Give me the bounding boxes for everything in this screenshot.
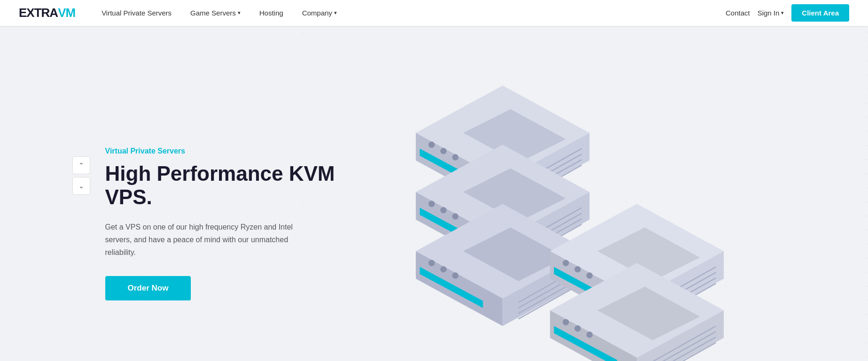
server-illustration [368,54,763,361]
nav-game-servers-label: Game Servers [190,9,236,17]
svg-point-54 [563,319,569,325]
svg-point-20 [452,213,458,219]
hero-right [368,54,763,361]
logo-extra-text: EXTRA [19,6,58,20]
svg-point-19 [440,207,446,213]
hero-subtitle: Virtual Private Servers [105,147,368,155]
svg-point-56 [586,331,592,338]
chevron-down-icon: ▾ [238,10,241,16]
svg-point-55 [574,325,580,331]
scroll-down-button[interactable]: ⌄ [72,177,90,195]
nav-company[interactable]: Company ▾ [295,0,344,26]
svg-point-31 [440,266,446,272]
chevron-down-icon-4: ⌄ [78,182,84,190]
scroll-buttons: ⌃ ⌄ [72,156,90,195]
hero-description: Get a VPS on one of our high frequency R… [105,221,303,259]
nav-vps[interactable]: Virtual Private Servers [94,0,179,26]
scroll-up-button[interactable]: ⌃ [72,156,90,174]
nav-hosting-label: Hosting [259,9,283,17]
nav-signin[interactable]: Sign In ▾ [758,9,784,17]
nav-hosting[interactable]: Hosting [252,0,291,26]
client-area-button[interactable]: Client Area [791,4,849,22]
order-now-button[interactable]: Order Now [105,276,191,300]
hero-section: ⌃ ⌄ Virtual Private Servers High Perform… [0,26,868,361]
hero-left: ⌃ ⌄ Virtual Private Servers High Perform… [105,147,368,300]
svg-point-8 [452,154,458,160]
svg-point-43 [574,266,580,272]
hero-title: High Performance KVM VPS. [105,162,368,209]
nav-contact-link[interactable]: Contact [726,9,750,17]
svg-point-7 [440,148,446,154]
nav-right: Contact Sign In ▾ Client Area [726,4,849,22]
svg-point-32 [452,272,458,278]
nav-company-label: Company [302,9,332,17]
chevron-up-icon: ⌃ [78,161,84,169]
nav-signin-label: Sign In [758,9,780,17]
logo[interactable]: EXTRAVM [19,6,75,20]
svg-point-44 [586,272,592,278]
chevron-down-icon-3: ▾ [781,10,784,16]
nav-vps-label: Virtual Private Servers [102,9,172,17]
logo-vm-text: VM [58,6,75,20]
nav-game-servers[interactable]: Game Servers ▾ [183,0,248,26]
hero-inner: ⌃ ⌄ Virtual Private Servers High Perform… [105,54,763,361]
nav-links: Virtual Private Servers Game Servers ▾ H… [94,0,726,26]
svg-point-30 [428,260,434,266]
chevron-down-icon-2: ▾ [334,10,337,16]
svg-point-42 [563,260,569,266]
svg-point-18 [428,200,434,207]
svg-point-6 [428,141,434,147]
navbar: EXTRAVM Virtual Private Servers Game Ser… [0,0,868,26]
